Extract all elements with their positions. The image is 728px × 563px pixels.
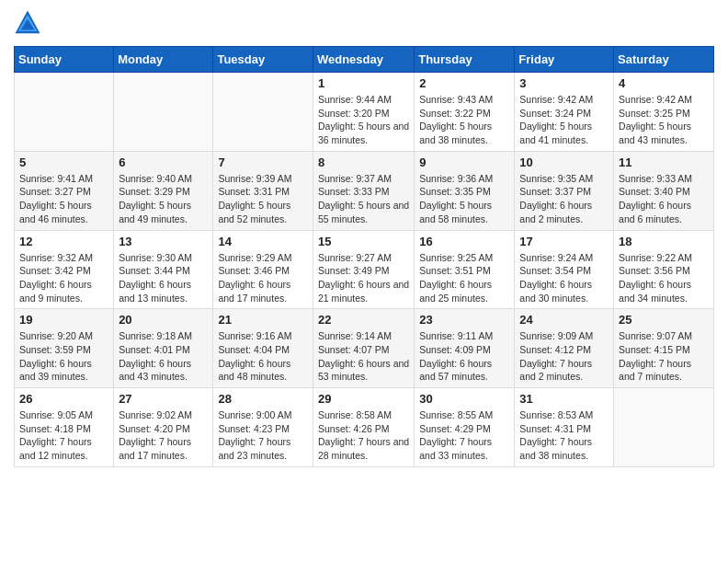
day-number: 18: [619, 235, 709, 248]
calendar-cell: [15, 73, 114, 152]
day-number: 28: [218, 392, 308, 406]
weekday-header-tuesday: Tuesday: [213, 47, 313, 73]
day-number: 17: [519, 235, 609, 248]
day-number: 3: [519, 76, 609, 90]
logo: [14, 9, 45, 37]
calendar-cell: 2Sunrise: 9:43 AMSunset: 3:22 PMDaylight…: [415, 73, 515, 152]
day-number: 12: [19, 235, 108, 248]
day-number: 8: [318, 155, 409, 169]
day-number: 13: [119, 235, 208, 248]
calendar-cell: 26Sunrise: 9:05 AMSunset: 4:18 PMDayligh…: [15, 388, 114, 467]
day-number: 6: [119, 155, 208, 169]
day-number: 24: [519, 313, 609, 327]
calendar-cell: 17Sunrise: 9:24 AMSunset: 3:54 PMDayligh…: [515, 230, 614, 309]
calendar-cell: 8Sunrise: 9:37 AMSunset: 3:33 PMDaylight…: [313, 151, 414, 230]
day-info: Sunrise: 9:44 AMSunset: 3:20 PMDaylight:…: [318, 93, 409, 147]
calendar-week-1: 1Sunrise: 9:44 AMSunset: 3:20 PMDaylight…: [15, 73, 714, 152]
day-number: 9: [419, 155, 509, 169]
calendar-cell: 7Sunrise: 9:39 AMSunset: 3:31 PMDaylight…: [213, 151, 313, 230]
day-info: Sunrise: 9:37 AMSunset: 3:33 PMDaylight:…: [318, 172, 409, 226]
weekday-header-sunday: Sunday: [15, 47, 114, 73]
day-info: Sunrise: 9:39 AMSunset: 3:31 PMDaylight:…: [218, 172, 308, 226]
calendar-cell: [614, 388, 714, 467]
day-info: Sunrise: 9:05 AMSunset: 4:18 PMDaylight:…: [19, 408, 108, 463]
day-number: 26: [19, 392, 108, 406]
day-info: Sunrise: 8:58 AMSunset: 4:26 PMDaylight:…: [318, 408, 409, 463]
day-number: 14: [218, 235, 308, 248]
calendar-cell: 15Sunrise: 9:27 AMSunset: 3:49 PMDayligh…: [313, 230, 414, 309]
calendar-week-5: 26Sunrise: 9:05 AMSunset: 4:18 PMDayligh…: [15, 388, 714, 467]
day-number: 25: [619, 313, 709, 327]
day-info: Sunrise: 9:36 AMSunset: 3:35 PMDaylight:…: [419, 172, 509, 226]
day-info: Sunrise: 9:25 AMSunset: 3:51 PMDaylight:…: [419, 251, 509, 305]
calendar-week-2: 5Sunrise: 9:41 AMSunset: 3:27 PMDaylight…: [15, 151, 714, 230]
day-info: Sunrise: 9:18 AMSunset: 4:01 PMDaylight:…: [119, 329, 208, 384]
calendar-cell: 3Sunrise: 9:42 AMSunset: 3:24 PMDaylight…: [515, 73, 614, 152]
calendar-header: SundayMondayTuesdayWednesdayThursdayFrid…: [15, 47, 714, 73]
calendar-cell: 6Sunrise: 9:40 AMSunset: 3:29 PMDaylight…: [114, 151, 213, 230]
day-info: Sunrise: 9:40 AMSunset: 3:29 PMDaylight:…: [119, 172, 208, 226]
calendar-cell: 20Sunrise: 9:18 AMSunset: 4:01 PMDayligh…: [114, 309, 213, 388]
day-number: 27: [119, 392, 208, 406]
day-number: 20: [119, 313, 208, 327]
logo-icon: [14, 9, 41, 37]
day-number: 15: [318, 235, 409, 248]
day-number: 5: [19, 155, 108, 169]
day-number: 30: [419, 392, 509, 406]
day-number: 31: [519, 392, 609, 406]
day-number: 11: [619, 155, 709, 169]
day-info: Sunrise: 9:35 AMSunset: 3:37 PMDaylight:…: [519, 172, 609, 226]
calendar-cell: 22Sunrise: 9:14 AMSunset: 4:07 PMDayligh…: [313, 309, 414, 388]
weekday-header-monday: Monday: [114, 47, 213, 73]
day-number: 19: [19, 313, 108, 327]
calendar-cell: 9Sunrise: 9:36 AMSunset: 3:35 PMDaylight…: [415, 151, 515, 230]
calendar-cell: 4Sunrise: 9:42 AMSunset: 3:25 PMDaylight…: [614, 73, 714, 152]
weekday-header-saturday: Saturday: [614, 47, 714, 73]
day-number: 10: [519, 155, 609, 169]
day-info: Sunrise: 9:09 AMSunset: 4:12 PMDaylight:…: [519, 329, 609, 384]
day-number: 1: [318, 76, 409, 90]
day-info: Sunrise: 9:30 AMSunset: 3:44 PMDaylight:…: [119, 251, 208, 305]
calendar-cell: [114, 73, 213, 152]
calendar-cell: 11Sunrise: 9:33 AMSunset: 3:40 PMDayligh…: [614, 151, 714, 230]
day-number: 16: [419, 235, 509, 248]
day-info: Sunrise: 8:53 AMSunset: 4:31 PMDaylight:…: [519, 408, 609, 463]
calendar-cell: 21Sunrise: 9:16 AMSunset: 4:04 PMDayligh…: [213, 309, 313, 388]
calendar-cell: 27Sunrise: 9:02 AMSunset: 4:20 PMDayligh…: [114, 388, 213, 467]
day-info: Sunrise: 9:02 AMSunset: 4:20 PMDaylight:…: [119, 408, 208, 463]
calendar-cell: 25Sunrise: 9:07 AMSunset: 4:15 PMDayligh…: [614, 309, 714, 388]
calendar-cell: 12Sunrise: 9:32 AMSunset: 3:42 PMDayligh…: [15, 230, 114, 309]
calendar-cell: 29Sunrise: 8:58 AMSunset: 4:26 PMDayligh…: [313, 388, 414, 467]
calendar-cell: 23Sunrise: 9:11 AMSunset: 4:09 PMDayligh…: [415, 309, 515, 388]
page-header: [14, 9, 714, 37]
day-info: Sunrise: 9:00 AMSunset: 4:23 PMDaylight:…: [218, 408, 308, 463]
day-info: Sunrise: 8:55 AMSunset: 4:29 PMDaylight:…: [419, 408, 509, 463]
day-info: Sunrise: 9:20 AMSunset: 3:59 PMDaylight:…: [19, 329, 108, 384]
calendar-cell: 10Sunrise: 9:35 AMSunset: 3:37 PMDayligh…: [515, 151, 614, 230]
day-info: Sunrise: 9:43 AMSunset: 3:22 PMDaylight:…: [419, 93, 509, 147]
calendar-cell: 14Sunrise: 9:29 AMSunset: 3:46 PMDayligh…: [213, 230, 313, 309]
day-number: 22: [318, 313, 409, 327]
weekday-header-friday: Friday: [515, 47, 614, 73]
weekday-header-thursday: Thursday: [415, 47, 515, 73]
day-number: 4: [619, 76, 709, 90]
calendar-body: 1Sunrise: 9:44 AMSunset: 3:20 PMDaylight…: [15, 73, 714, 467]
day-info: Sunrise: 9:29 AMSunset: 3:46 PMDaylight:…: [218, 251, 308, 305]
day-number: 2: [419, 76, 509, 90]
calendar-week-4: 19Sunrise: 9:20 AMSunset: 3:59 PMDayligh…: [15, 309, 714, 388]
day-number: 23: [419, 313, 509, 327]
day-info: Sunrise: 9:22 AMSunset: 3:56 PMDaylight:…: [619, 251, 709, 305]
calendar-cell: 28Sunrise: 9:00 AMSunset: 4:23 PMDayligh…: [213, 388, 313, 467]
calendar-cell: 31Sunrise: 8:53 AMSunset: 4:31 PMDayligh…: [515, 388, 614, 467]
day-info: Sunrise: 9:41 AMSunset: 3:27 PMDaylight:…: [19, 172, 108, 226]
day-info: Sunrise: 9:42 AMSunset: 3:25 PMDaylight:…: [619, 93, 709, 147]
day-number: 7: [218, 155, 308, 169]
calendar-cell: 5Sunrise: 9:41 AMSunset: 3:27 PMDaylight…: [15, 151, 114, 230]
calendar-cell: 18Sunrise: 9:22 AMSunset: 3:56 PMDayligh…: [614, 230, 714, 309]
page-container: SundayMondayTuesdayWednesdayThursdayFrid…: [0, 0, 728, 477]
calendar-cell: [213, 73, 313, 152]
calendar-cell: 16Sunrise: 9:25 AMSunset: 3:51 PMDayligh…: [415, 230, 515, 309]
calendar-table: SundayMondayTuesdayWednesdayThursdayFrid…: [14, 46, 714, 467]
day-number: 29: [318, 392, 409, 406]
day-info: Sunrise: 9:14 AMSunset: 4:07 PMDaylight:…: [318, 329, 409, 384]
